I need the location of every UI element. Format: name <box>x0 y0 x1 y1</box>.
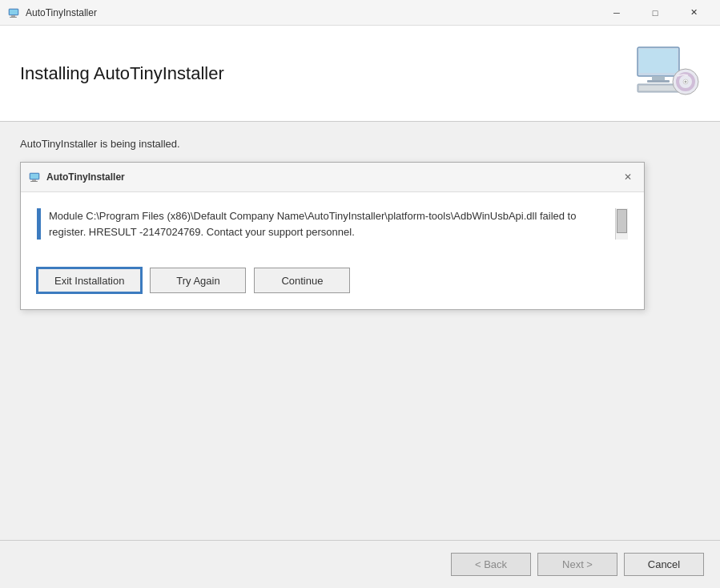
cancel-button[interactable]: Cancel <box>624 553 704 576</box>
dialog-accent-bar <box>37 208 41 240</box>
error-dialog: AutoTinyInstaller ✕ Module C:\Program Fi… <box>20 162 645 310</box>
svg-rect-18 <box>30 181 38 182</box>
continue-button[interactable]: Continue <box>254 268 350 293</box>
window-title: AutoTinyInstaller <box>26 7 598 18</box>
try-again-button[interactable]: Try Again <box>150 268 246 293</box>
window-controls: ─ □ ✕ <box>598 5 712 21</box>
dialog-close-button[interactable]: ✕ <box>620 169 636 185</box>
svg-rect-3 <box>10 17 17 18</box>
dialog-body: Module C:\Program Files (x86)\Default Co… <box>21 192 644 256</box>
svg-rect-17 <box>32 179 36 181</box>
dialog-title-text: AutoTinyInstaller <box>46 171 125 183</box>
minimize-button[interactable]: ─ <box>598 5 635 21</box>
exit-installation-button[interactable]: Exit Installation <box>37 268 142 293</box>
svg-rect-16 <box>30 174 38 179</box>
header-icon-area <box>636 46 700 102</box>
maximize-button[interactable]: □ <box>637 5 674 21</box>
computer-cd-icon <box>636 46 700 98</box>
dialog-title-bar: AutoTinyInstaller ✕ <box>21 163 644 192</box>
footer-navigation: < Back Next > Cancel <box>0 540 720 588</box>
header-title: Installing AutoTinyInstaller <box>20 63 224 84</box>
app-icon <box>8 6 21 19</box>
svg-rect-6 <box>639 49 678 73</box>
svg-point-14 <box>685 80 687 83</box>
dialog-message: Module C:\Program Files (x86)\Default Co… <box>49 208 607 240</box>
title-bar: AutoTinyInstaller ─ □ ✕ <box>0 0 720 26</box>
header-area: Installing AutoTinyInstaller <box>0 26 720 122</box>
svg-rect-1 <box>10 10 18 14</box>
back-button[interactable]: < Back <box>451 553 531 576</box>
status-text: AutoTinyInstaller is being installed. <box>20 138 700 150</box>
dialog-actions: Exit Installation Try Again Continue <box>21 256 644 309</box>
next-button[interactable]: Next > <box>537 553 617 576</box>
dialog-icon <box>29 171 42 183</box>
svg-rect-10 <box>639 86 678 91</box>
main-content: AutoTinyInstaller is being installed. Au… <box>0 122 720 540</box>
svg-rect-2 <box>11 15 15 17</box>
dialog-scrollbar[interactable] <box>615 208 628 240</box>
svg-rect-8 <box>647 80 670 83</box>
scrollbar-thumb[interactable] <box>617 209 627 233</box>
dialog-title-left: AutoTinyInstaller <box>29 171 125 183</box>
svg-rect-7 <box>652 76 665 80</box>
close-button[interactable]: ✕ <box>675 5 712 21</box>
